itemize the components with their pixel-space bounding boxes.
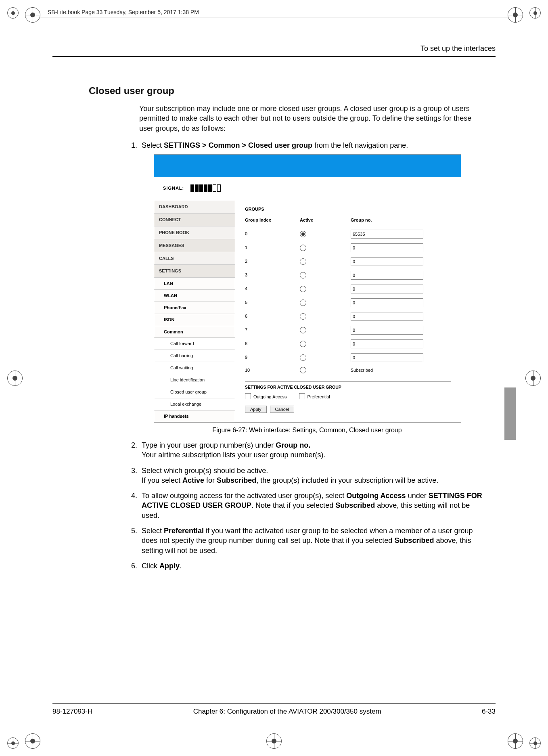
crop-reg-icon: [7, 737, 19, 749]
nav-phonefax[interactable]: Phone/Fax: [154, 302, 235, 314]
group-no-input[interactable]: [351, 326, 423, 335]
frame-header: SB-Lite.book Page 33 Tuesday, September …: [48, 9, 199, 15]
group-no-input[interactable]: [351, 257, 423, 266]
group-row: 7: [245, 323, 451, 337]
crop-reg-icon: [508, 7, 523, 23]
webui-nav: DASHBOARD CONNECT PHONE BOOK MESSAGES CA…: [154, 201, 235, 422]
group-row: 2: [245, 255, 451, 268]
group-active-radio[interactable]: [300, 341, 306, 347]
group-active-radio[interactable]: [300, 299, 306, 306]
active-cug-settings-heading: SETTINGS FOR ACTIVE CLOSED USER GROUP: [245, 381, 451, 390]
group-index-cell: 5: [245, 296, 300, 310]
nav-isdn[interactable]: ISDN: [154, 314, 235, 326]
footer-doc-id: 98-127093-H: [52, 708, 92, 716]
nav-call-waiting[interactable]: Call waiting: [154, 362, 235, 374]
section-heading: Closed user group: [52, 85, 496, 96]
th-active: Active: [300, 216, 351, 227]
group-row: 3: [245, 268, 451, 282]
nav-call-barring[interactable]: Call barring: [154, 350, 235, 362]
group-index-cell: 3: [245, 268, 300, 282]
group-no-input[interactable]: [351, 298, 423, 307]
group-no-input[interactable]: [351, 339, 423, 348]
group-active-radio[interactable]: [300, 231, 306, 237]
step-6: Click Apply.: [139, 561, 483, 571]
crop-reg-icon: [525, 371, 541, 386]
group-index-cell: 8: [245, 337, 300, 351]
group-active-radio[interactable]: [300, 354, 306, 361]
group-no-input[interactable]: [351, 285, 423, 293]
chk-outgoing-access[interactable]: Outgoing Access: [245, 393, 287, 400]
webui-topbar: [154, 155, 461, 177]
group-row: 1: [245, 241, 451, 255]
nav-ip-handsets[interactable]: IP handsets: [154, 410, 235, 423]
crop-reg-icon: [25, 733, 40, 749]
nav-closed-user-group[interactable]: Closed user group: [154, 386, 235, 398]
group-index-cell: 1: [245, 241, 300, 255]
group-index-cell: 0: [245, 227, 300, 241]
group-row: 8: [245, 337, 451, 351]
intro-paragraph: Your subscription may include one or mor…: [139, 104, 483, 133]
nav-phonebook[interactable]: PHONE BOOK: [154, 226, 235, 239]
crop-reg-icon: [25, 7, 40, 23]
figure-caption: Figure 6-27: Web interface: Settings, Co…: [154, 426, 460, 435]
group-no-input[interactable]: [351, 271, 423, 280]
crop-reg-icon: [529, 737, 541, 749]
step-5: Select Preferential if you want the acti…: [139, 526, 483, 555]
group-row: 9: [245, 351, 451, 364]
nav-messages[interactable]: MESSAGES: [154, 239, 235, 252]
running-head: To set up the interfaces: [52, 44, 496, 57]
nav-call-forward[interactable]: Call forward: [154, 338, 235, 350]
group-no-input[interactable]: [351, 243, 423, 252]
row-10-subscribed-label: Subscribed: [351, 364, 451, 376]
step-2: Type in your user group number(s) under …: [139, 440, 483, 460]
nav-wlan[interactable]: WLAN: [154, 290, 235, 302]
group-active-radio[interactable]: [300, 313, 306, 320]
nav-common[interactable]: Common: [154, 326, 235, 338]
cancel-button[interactable]: Cancel: [270, 406, 294, 413]
group-active-radio[interactable]: [300, 245, 306, 251]
group-active-radio[interactable]: [300, 258, 306, 265]
step-1: Select SETTINGS > Common > Closed user g…: [139, 140, 483, 435]
crop-reg-icon: [7, 7, 19, 19]
row-10-radio[interactable]: [300, 367, 306, 373]
signal-label: SIGNAL:: [163, 185, 184, 191]
thumb-index-tab: [504, 387, 516, 440]
nav-local-exchange[interactable]: Local exchange: [154, 398, 235, 410]
frame-line: [40, 17, 508, 17]
group-active-radio[interactable]: [300, 272, 306, 279]
nav-line-id[interactable]: Line identification: [154, 374, 235, 386]
nav-connect[interactable]: CONNECT: [154, 214, 235, 226]
crop-reg-icon: [266, 733, 282, 749]
group-active-radio[interactable]: [300, 286, 306, 292]
apply-button[interactable]: Apply: [245, 406, 267, 413]
step-3: Select which group(s) should be active. …: [139, 466, 483, 486]
crop-reg-icon: [7, 371, 23, 386]
group-row: 0: [245, 227, 451, 241]
crop-reg-icon: [508, 733, 523, 749]
nav-settings[interactable]: SETTINGS: [154, 265, 235, 278]
figure-webui: SIGNAL: DASHBOARD CONNECT PHONE BOOK MES…: [154, 154, 460, 423]
group-row: 4: [245, 282, 451, 296]
footer-page: 6-33: [482, 708, 496, 716]
signal-bars-icon: [190, 184, 221, 192]
nav-lan[interactable]: LAN: [154, 278, 235, 290]
row-10-index: 10: [245, 364, 300, 376]
th-group-no: Group no.: [351, 216, 451, 227]
groups-heading: GROUPS: [245, 206, 451, 212]
nav-calls[interactable]: CALLS: [154, 252, 235, 265]
group-no-input[interactable]: [351, 312, 423, 321]
group-index-cell: 7: [245, 323, 300, 337]
group-no-input[interactable]: [351, 353, 423, 362]
chk-preferential[interactable]: Preferential: [299, 393, 330, 400]
nav-dashboard[interactable]: DASHBOARD: [154, 201, 235, 214]
step-4: To allow outgoing access for the activat…: [139, 491, 483, 520]
group-no-input[interactable]: [351, 230, 423, 239]
group-index-cell: 6: [245, 310, 300, 323]
group-index-cell: 9: [245, 351, 300, 364]
group-active-radio[interactable]: [300, 327, 306, 333]
group-index-cell: 2: [245, 255, 300, 268]
th-group-index: Group index: [245, 216, 300, 227]
group-row: 5: [245, 296, 451, 310]
crop-reg-icon: [529, 7, 541, 19]
group-index-cell: 4: [245, 282, 300, 296]
